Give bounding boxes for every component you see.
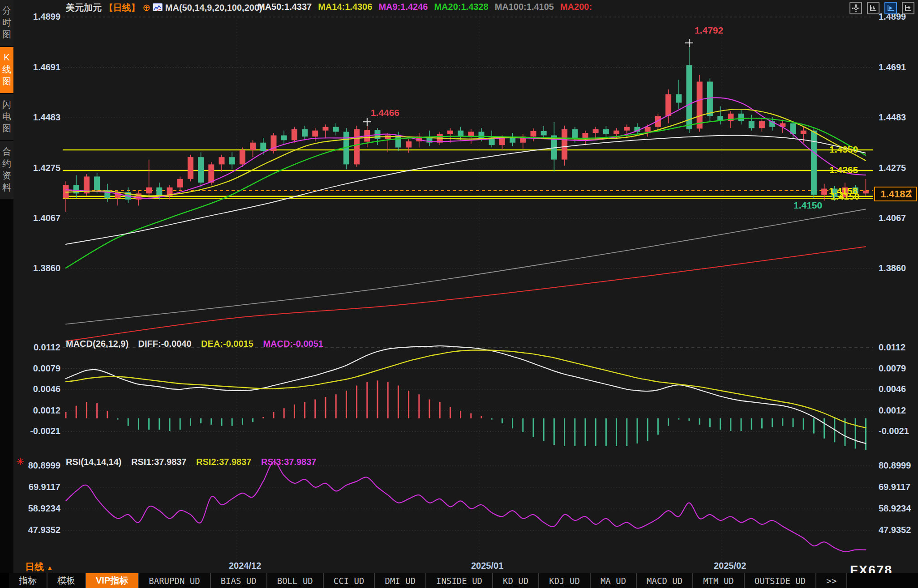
macd-axis-tick-right: -0.0021 [879, 426, 909, 436]
ma-value-label: MA9:1.4246 [378, 2, 428, 12]
tab--[interactable]: 模板 [47, 573, 86, 588]
level-label-14265: 1.4265 [829, 165, 858, 175]
rsi-axis-tick-left: 47.9352 [15, 525, 60, 535]
macd-dea-value: DEA:-0.0015 [201, 339, 253, 349]
macd-axis-tick-left: 0.0012 [15, 405, 60, 416]
rsi-axis-tick-right: 69.9117 [879, 482, 910, 492]
price-axis-tick-right: 1.4067 [879, 213, 906, 223]
ma-value-label: MA100:1.4105 [495, 2, 554, 12]
price-axis-tick-left: 1.3860 [15, 263, 60, 273]
ma-values-row: MA50:1.4337MA14:1.4306MA9:1.4246MA20:1.4… [257, 2, 598, 13]
level-label-14350: 1.4350 [829, 144, 858, 155]
tab-macd-ud[interactable]: MACD_UD [637, 573, 693, 588]
macd-diff-value: DIFF:-0.0040 [138, 339, 192, 349]
tab-cci-ud[interactable]: CCI_UD [324, 573, 375, 588]
chart-canvas[interactable] [0, 0, 918, 588]
macd-axis-tick-left: -0.0021 [15, 426, 60, 436]
macd-axis-tick-right: 0.0112 [879, 342, 905, 353]
chart-toolbar [849, 2, 914, 14]
tabbar-corner [0, 573, 9, 588]
tab-kdj-ud[interactable]: KDJ_UD [539, 573, 591, 588]
date-label: 2025/01 [471, 561, 503, 571]
macd-axis-tick-left: 0.0079 [15, 363, 60, 374]
rsi3-value: RSI3:37.9837 [261, 457, 316, 467]
level-label-14150-yellow: 1.4150 [831, 191, 859, 202]
tab--[interactable]: 指标 [9, 573, 47, 588]
tab-dmi-ud[interactable]: DMI_UD [375, 573, 426, 588]
chart-type-sidebar: 分时图 K线图 闪电图 合约资料 [0, 0, 13, 588]
rsi-header: RSI(14,14,14) RSI1:37.9837 RSI2:37.9837 … [66, 457, 323, 467]
rsi-axis-tick-right: 58.9234 [879, 503, 911, 514]
mini-chart-icon[interactable] [153, 3, 163, 11]
ma-value-label: MA50:1.4337 [257, 2, 312, 12]
indicator-tab-bar: 指标模板VIP指标BARUPDN_UDBIAS_UDBOLL_UDCCI_UDD… [0, 573, 918, 588]
price-axis-tick-left: 1.4483 [15, 112, 60, 123]
rsi-axis-tick-right: 80.8999 [879, 460, 911, 471]
high-label-14792: 1.4792 [695, 25, 723, 36]
tab-ma-ud[interactable]: MA_UD [591, 573, 637, 588]
tab-barupdn-ud[interactable]: BARUPDN_UD [139, 573, 210, 588]
macd-axis-tick-left: 0.0112 [15, 342, 60, 353]
price-axis-tick-right: 1.4483 [879, 112, 906, 123]
rsi1-value: RSI1:37.9837 [131, 457, 186, 467]
macd-name: MACD(26,12,9) [66, 339, 129, 349]
rsi2-value: RSI2:37.9837 [196, 457, 251, 467]
tab-vip-[interactable]: VIP指标 [86, 573, 139, 588]
rsi-axis-tick-left: 69.9117 [15, 482, 60, 492]
rsi-axis-tick-left: 58.9234 [15, 503, 60, 514]
tab-kd-ud[interactable]: KD_UD [493, 573, 539, 588]
rsi-name: RSI(14,14,14) [66, 457, 122, 467]
axis-play-icon[interactable] [884, 2, 897, 14]
axis-scale-icon[interactable] [867, 2, 879, 14]
tab-bias-ud[interactable]: BIAS_UD [211, 573, 267, 588]
symbol-title: 美元加元 [66, 3, 102, 13]
circle-plus-icon[interactable]: ⊕ [142, 2, 150, 13]
macd-header: MACD(26,12,9) DIFF:-0.0040 DEA:-0.0015 M… [66, 339, 330, 349]
sidebar-item-minute-chart[interactable]: 分时图 [0, 0, 13, 47]
sidebar-item-lightning-chart[interactable]: 闪电图 [0, 94, 13, 141]
macd-axis-tick-left: 0.0046 [15, 384, 60, 394]
high-label-14466: 1.4466 [371, 107, 399, 118]
level-label-14150-teal: 1.4150 [794, 200, 822, 211]
price-axis-tick-right: 1.4691 [879, 62, 906, 72]
tab-boll-ud[interactable]: BOLL_UD [267, 573, 324, 588]
price-up-arrow-icon: ▲▲ [907, 188, 913, 198]
price-axis-tick-left: 1.4899 [15, 12, 60, 22]
ma-value-label: MA20:1.4328 [434, 2, 488, 12]
sidebar-item-kline-chart[interactable]: K线图 [0, 47, 13, 94]
macd-axis-tick-right: 0.0046 [879, 384, 906, 394]
date-label: 2025/02 [714, 561, 746, 571]
period-toggle[interactable]: 日线 ▲ [25, 561, 53, 573]
price-axis-tick-right: 1.4275 [879, 163, 906, 173]
macd-axis-tick-right: 0.0012 [879, 405, 906, 416]
sidebar-item-contract-info[interactable]: 合约资料 [0, 141, 13, 200]
tab-outside-ud[interactable]: OUTSIDE_UD [745, 573, 816, 588]
macd-axis-tick-right: 0.0079 [879, 363, 906, 374]
macd-macd-value: MACD:-0.0051 [263, 339, 323, 349]
axis-shift-icon[interactable] [902, 2, 914, 14]
price-axis-tick-left: 1.4275 [15, 163, 60, 173]
ma-group-label: MA(50,14,9,20,100,200) [165, 3, 262, 13]
price-axis-tick-right: 1.3860 [879, 263, 906, 273]
triangle-up-icon: ▲ [47, 564, 53, 571]
period-tag[interactable]: 【日线】 [104, 3, 140, 13]
price-axis-tick-left: 1.4067 [15, 213, 60, 223]
ma-value-label: MA200: [560, 2, 592, 12]
tab--[interactable]: >> [816, 573, 847, 588]
rsi-axis-tick-right: 47.9352 [879, 525, 911, 535]
pan-crosshair-icon[interactable] [849, 2, 862, 14]
chart-application: 分时图 K线图 闪电图 合约资料 美元加元 【日线】 ⊕ MA(50,14,9,… [0, 0, 918, 588]
price-axis-tick-left: 1.4691 [15, 62, 60, 72]
date-label: 2024/12 [229, 561, 261, 571]
tab-mtm-ud[interactable]: MTM_UD [693, 573, 745, 588]
tab-inside-ud[interactable]: INSIDE_UD [426, 573, 493, 588]
ma-value-label: MA14:1.4306 [318, 2, 372, 12]
indicator-marker-icon[interactable]: ✳ [16, 456, 24, 468]
header: 美元加元 【日线】 ⊕ MA(50,14,9,20,100,200) [66, 2, 262, 13]
